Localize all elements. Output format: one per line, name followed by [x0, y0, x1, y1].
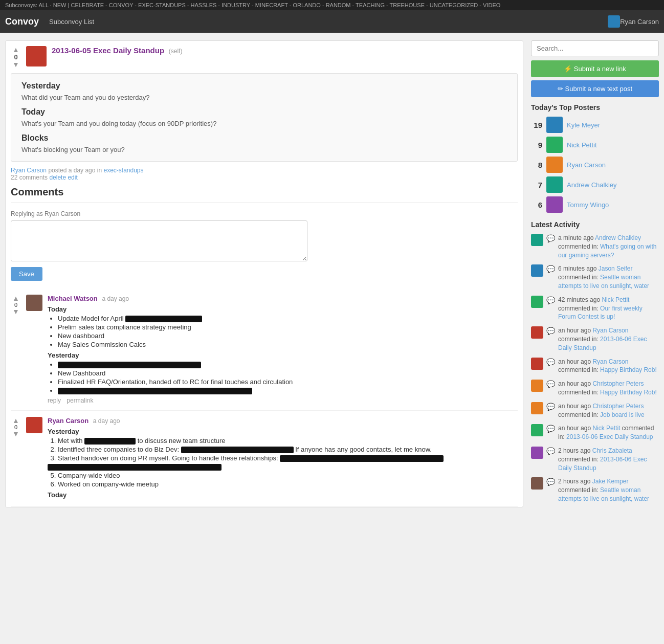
top-poster-count: 6: [531, 201, 542, 209]
comment-body: Ryan Carson a day ago Yesterday Met with…: [48, 417, 518, 500]
comment-item: ▲ 0 ▼ Michael Watson a day ago Today Upd…: [11, 288, 518, 411]
nav-subconvoy-list-link[interactable]: Subconvoy List: [49, 18, 328, 26]
subconvoy-uncategorized[interactable]: UNCATEGORIZED: [430, 2, 478, 8]
activity-user-link[interactable]: Christopher Peters: [592, 380, 644, 387]
activity-user-link[interactable]: Ryan Carson: [592, 327, 628, 334]
activity-text: 2 hours ago Jake Kemper commented in: Se…: [558, 477, 659, 503]
top-poster-name[interactable]: Nick Pettit: [567, 141, 597, 149]
post-delete-link[interactable]: delete: [49, 174, 66, 181]
comment-vote-down[interactable]: ▼: [12, 430, 19, 437]
speech-bubble-icon: 💬: [546, 358, 555, 366]
activity-user-link[interactable]: Chris Zabaleta: [592, 447, 632, 454]
post-subconvoy-link[interactable]: exec-standups: [103, 167, 143, 174]
redacted-text: [84, 438, 136, 445]
activity-time: an hour ago: [558, 327, 591, 334]
top-poster-count: 8: [531, 161, 542, 169]
top-poster-name[interactable]: Kyle Meyer: [567, 121, 600, 129]
comment-vote-up[interactable]: ▲: [12, 417, 19, 424]
search-input[interactable]: [531, 40, 659, 56]
post-title-area: 2013-06-05 Exec Daily Standup (self): [52, 46, 182, 55]
subconvoy-treehouse[interactable]: TREEHOUSE: [390, 2, 425, 8]
post-header: ▲ 0 ▼ 2013-06-05 Exec Daily Standup (sel…: [6, 41, 523, 73]
activity-item: 💬 an hour ago Christopher Peters comment…: [531, 402, 659, 419]
comment-author-link[interactable]: Ryan Carson: [48, 417, 88, 425]
post-title-link[interactable]: 2013-06-05 Exec Daily Standup: [52, 46, 164, 55]
list-item: Started handover on doing PR myself. Goi…: [58, 454, 518, 462]
activity-user-link[interactable]: Ryan Carson: [592, 358, 628, 365]
activity-post-link[interactable]: Happy Birthday Rob!: [600, 389, 657, 396]
activity-user-link[interactable]: Andrew Chalkley: [595, 234, 641, 241]
subconvoy-convoy[interactable]: CONVOY: [109, 2, 133, 8]
activity-user-link[interactable]: Nick Pettit: [592, 425, 620, 432]
activity-time: 2 hours ago: [558, 478, 590, 485]
post-meta: Ryan Carson posted a day ago in exec-sta…: [6, 167, 523, 186]
speech-bubble-icon: 💬: [546, 296, 555, 304]
activity-user-link[interactable]: Jake Kemper: [592, 478, 629, 485]
post-vote-down[interactable]: ▼: [12, 61, 19, 68]
subconvoy-teaching[interactable]: TEACHING: [356, 2, 385, 8]
speech-bubble-icon: 💬: [546, 327, 555, 335]
subconvoys-bar: Subconvoys: ALL · NEW | CELEBRATE - CONV…: [0, 0, 664, 10]
submit-link-button[interactable]: ⚡ Submit a new link: [531, 60, 659, 77]
activity-post-link[interactable]: 2013-06-06 Exec Daily Standup: [566, 433, 653, 440]
subconvoy-all[interactable]: ALL: [38, 2, 48, 8]
comment-vote-down[interactable]: ▼: [12, 308, 19, 315]
comment-textarea[interactable]: [11, 220, 307, 261]
post-author-link[interactable]: Ryan Carson: [11, 167, 47, 174]
comment-permalink-link[interactable]: permalink: [67, 397, 93, 404]
subconvoy-exec-standups[interactable]: EXEC-STANDUPS: [138, 2, 186, 8]
activity-text: an hour ago Ryan Carson commented in: Ha…: [558, 358, 659, 375]
subconvoy-celebrate[interactable]: CELEBRATE: [71, 2, 104, 8]
list-item: Met with to discuss new team structure: [58, 437, 518, 445]
subconvoys-label: Subconvoys:: [5, 2, 37, 8]
list-item: New Dashboard: [58, 369, 518, 377]
speech-bubble-icon: 💬: [546, 447, 555, 455]
list-item: [58, 361, 518, 368]
top-poster-count: 7: [531, 181, 542, 189]
activity-user-link[interactable]: Jason Seifer: [599, 265, 633, 272]
list-item: Prelim sales tax compliance strategy mee…: [58, 323, 518, 331]
nav-user-name[interactable]: Ryan Carson: [620, 18, 659, 26]
subconvoy-orlando[interactable]: ORLANDO: [293, 2, 320, 8]
activity-user-link[interactable]: Nick Pettit: [602, 296, 629, 303]
nav-logo[interactable]: Convoy: [5, 16, 39, 27]
comment-author-avatar: [26, 295, 42, 311]
top-poster-name[interactable]: Andrew Chalkley: [567, 181, 617, 189]
subconvoy-video[interactable]: VIDEO: [483, 2, 500, 8]
subconvoy-minecraft[interactable]: MINECRAFT: [255, 2, 288, 8]
activity-avatar: [531, 296, 543, 308]
activity-user-link[interactable]: Christopher Peters: [592, 403, 644, 410]
activity-time: an hour ago: [558, 425, 591, 432]
top-poster-name[interactable]: Tommy Wingo: [567, 201, 609, 209]
activity-post-link[interactable]: Happy Birthday Rob!: [600, 366, 657, 373]
activity-post-link[interactable]: Job board is live: [600, 411, 645, 418]
activity-avatar: [531, 424, 543, 436]
comment-section-yesterday: Yesterday: [48, 428, 518, 435]
activity-text: an hour ago Christopher Peters commented…: [558, 402, 659, 419]
sidebar: ⚡ Submit a new link ✏ Submit a new text …: [531, 40, 659, 515]
activity-avatar: [531, 402, 543, 414]
submit-text-button[interactable]: ✏ Submit a new text post: [531, 80, 659, 97]
section-today-body: What's your Team and you doing today (fo…: [21, 120, 507, 127]
save-comment-button[interactable]: Save: [11, 267, 42, 281]
post-vote-up[interactable]: ▲: [12, 46, 19, 53]
activity-text: 2 hours ago Chris Zabaleta commented in:…: [558, 447, 659, 472]
activity-time: 42 minutes ago: [558, 296, 600, 303]
section-blocks-heading: Blocks: [21, 134, 507, 143]
nav-user: Ryan Carson: [608, 15, 659, 28]
section-blocks-body: What's blocking your Team or you?: [21, 146, 507, 153]
comment-reply-link[interactable]: reply: [48, 397, 61, 404]
subconvoy-random[interactable]: RANDOM: [326, 2, 351, 8]
post-author-avatar: [26, 46, 47, 66]
subconvoy-new[interactable]: NEW: [53, 2, 67, 8]
comment-vote-widget: ▲ 0 ▼: [11, 295, 21, 315]
top-poster-name[interactable]: Ryan Carson: [567, 161, 606, 169]
comment-vote-up[interactable]: ▲: [12, 295, 19, 302]
post-edit-link[interactable]: edit: [68, 174, 77, 181]
subconvoy-hassles[interactable]: HASSLES: [191, 2, 217, 8]
activity-item: 💬 2 hours ago Jake Kemper commented in: …: [531, 477, 659, 503]
subconvoy-industry[interactable]: INDUSTRY: [222, 2, 250, 8]
comment-author-link[interactable]: Michael Watson: [48, 295, 98, 302]
top-poster-item: 7 Andrew Chalkley: [531, 176, 659, 193]
top-posters-heading: Today's Top Posters: [531, 103, 659, 112]
